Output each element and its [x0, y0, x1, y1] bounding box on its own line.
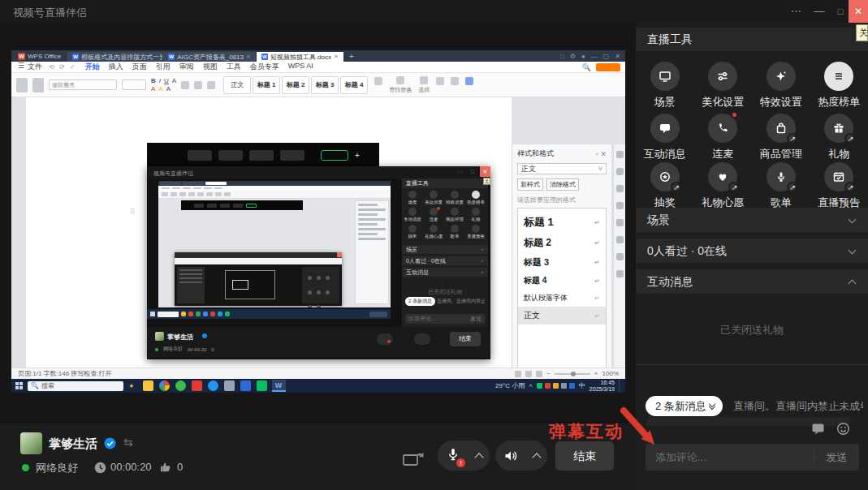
font-size-select[interactable]: [122, 80, 146, 90]
align-tool[interactable]: [181, 81, 189, 89]
style-chip[interactable]: 标题 3: [311, 76, 339, 94]
tab-close-icon[interactable]: ✕: [334, 54, 339, 60]
taskbar-app-icon[interactable]: [224, 380, 235, 391]
taskbar-app-icon[interactable]: [208, 380, 218, 391]
comment-input[interactable]: [646, 451, 814, 463]
tool-playlist[interactable]: ↗ 歌单: [752, 162, 810, 210]
taskbar-clock[interactable]: 16:45 2025/3/19: [589, 380, 615, 393]
view-mode-icon[interactable]: [525, 371, 532, 377]
style-chip[interactable]: 正文: [223, 76, 251, 94]
tray-icon[interactable]: [537, 383, 542, 389]
swap-account-icon[interactable]: ⇆: [123, 436, 133, 449]
zoom-in-button[interactable]: +: [594, 370, 598, 377]
scene-toolbar-button[interactable]: [280, 150, 304, 161]
tray-icon[interactable]: [553, 383, 559, 389]
menu-item[interactable]: WPS AI: [288, 62, 313, 72]
tray-icon[interactable]: [545, 383, 551, 389]
zoom-slider[interactable]: [555, 373, 590, 375]
format-painter-tool[interactable]: [32, 78, 44, 92]
style-item[interactable]: 标题 4↵: [518, 272, 606, 290]
style-chip[interactable]: 标题 1: [253, 76, 280, 94]
emoji-icon[interactable]: [836, 422, 850, 436]
taskbar-app-icon[interactable]: [175, 380, 186, 391]
font-name-select[interactable]: 微软雅黑: [49, 80, 117, 90]
menu-item[interactable]: 引用: [156, 62, 171, 72]
section-messages[interactable]: 互动消息: [636, 269, 868, 294]
taskbar-app-icon[interactable]: [257, 380, 267, 391]
tool-products[interactable]: ↗ 商品管理: [752, 114, 810, 161]
new-tab-button[interactable]: +: [349, 52, 354, 61]
chevron-up-icon[interactable]: [532, 453, 541, 462]
wps-right-rail[interactable]: [613, 144, 625, 368]
tray-icon[interactable]: [569, 383, 575, 389]
taskbar-app-icon[interactable]: [240, 380, 251, 391]
tool-gifts[interactable]: ↗ 礼物: [810, 114, 868, 161]
view-mode-icon[interactable]: [536, 371, 542, 377]
speaker-button[interactable]: [495, 441, 547, 471]
wps-doc-tab-active[interactable]: W 短视频拍摄工具.docx ✕: [257, 52, 344, 62]
scene-toolbar-button[interactable]: [218, 150, 243, 161]
wps-doc-tab-2[interactable]: W AIGC资产报备表_0813 ✕: [163, 52, 257, 62]
menu-item[interactable]: 会员专享: [250, 62, 279, 72]
wps-share-button[interactable]: [596, 63, 620, 71]
style-dropdown[interactable]: 正文˅: [517, 163, 607, 174]
window-minimize-button[interactable]: —: [809, 0, 830, 23]
wps-search-icon[interactable]: 🔍: [582, 63, 591, 71]
new-style-button[interactable]: 新样式: [517, 178, 543, 191]
tool-lottery[interactable]: ↗ 抽奖: [636, 162, 694, 210]
tool-beauty[interactable]: 美化设置: [694, 62, 753, 110]
menu-item[interactable]: 审阅: [179, 62, 194, 72]
taskbar-active-doc[interactable]: W: [272, 380, 286, 392]
paste-tool[interactable]: [16, 78, 28, 92]
tool-effects[interactable]: 特效设置: [752, 62, 810, 110]
tray-expand-icon[interactable]: ˄: [529, 382, 533, 389]
text-layout-tool[interactable]: [374, 77, 382, 92]
scene-add-button[interactable]: +: [355, 151, 360, 160]
tool-live-preview[interactable]: ↗ 直播预告: [810, 162, 868, 210]
taskbar-app-icon[interactable]: [192, 380, 202, 391]
taskbar-search[interactable]: 🔍 搜索: [28, 381, 123, 391]
tool-scene[interactable]: 场景: [636, 62, 694, 110]
sort-tool[interactable]: [451, 77, 459, 92]
list-tool[interactable]: [194, 81, 202, 89]
menu-item[interactable]: 开始: [85, 62, 100, 72]
wps-home-tab[interactable]: W WPS Office: [11, 50, 67, 62]
scene-toolbar-button[interactable]: [188, 150, 212, 161]
zoom-out-button[interactable]: −: [546, 370, 551, 377]
taskbar-app-icon[interactable]: [159, 380, 170, 391]
indent-tool[interactable]: [207, 81, 215, 89]
doc-tool[interactable]: [465, 77, 473, 92]
tray-icon[interactable]: [561, 383, 567, 389]
window-more-button[interactable]: ⋯: [786, 0, 807, 23]
style-item[interactable]: 标题 2↵: [518, 233, 606, 253]
clear-format-button[interactable]: 清除格式: [546, 178, 579, 191]
style-item-selected[interactable]: 正文↵: [518, 307, 606, 325]
tool-mic-link[interactable]: 连麦: [694, 114, 753, 161]
send-button[interactable]: 发送: [814, 450, 859, 465]
start-button[interactable]: [15, 382, 23, 389]
style-item[interactable]: 标题 1↵: [518, 212, 606, 233]
undo-redo-icons[interactable]: ⟲ ⟳ ✓: [49, 63, 85, 71]
show-desktop-sliver[interactable]: [619, 380, 621, 392]
style-chip[interactable]: 标题 4: [340, 76, 368, 94]
scene-confirm-button[interactable]: [321, 150, 348, 161]
section-scenes[interactable]: 场景: [636, 208, 868, 232]
style-item[interactable]: 默认段落字体↵: [518, 290, 606, 307]
menu-item[interactable]: 工具: [227, 62, 241, 72]
copilot-icon[interactable]: ✦: [128, 382, 135, 390]
menu-item[interactable]: 视图: [203, 62, 218, 72]
tool-gift-wish[interactable]: ↗ 礼物心愿: [694, 162, 753, 210]
wps-doc-tab-1[interactable]: W 模板格式及内容排版方式一览 ✕: [67, 52, 163, 62]
view-mode-icon[interactable]: [515, 371, 521, 377]
menu-item[interactable]: 插入: [109, 62, 123, 72]
tool-messages[interactable]: 互动消息: [636, 114, 694, 161]
style-item[interactable]: 标题 3↵: [518, 253, 606, 272]
end-stream-button[interactable]: 结束: [555, 441, 614, 471]
ime-indicator[interactable]: 中: [579, 381, 585, 390]
style-chip[interactable]: 标题 2: [282, 76, 309, 94]
tab-close-icon[interactable]: ✕: [246, 54, 251, 60]
wps-window-controls[interactable]: □⚙●—▢✕: [560, 53, 625, 60]
find-replace-tool[interactable]: 查找替换: [389, 76, 412, 94]
comment-bubble-icon[interactable]: [811, 422, 825, 436]
window-close-button[interactable]: ✕: [849, 0, 868, 23]
